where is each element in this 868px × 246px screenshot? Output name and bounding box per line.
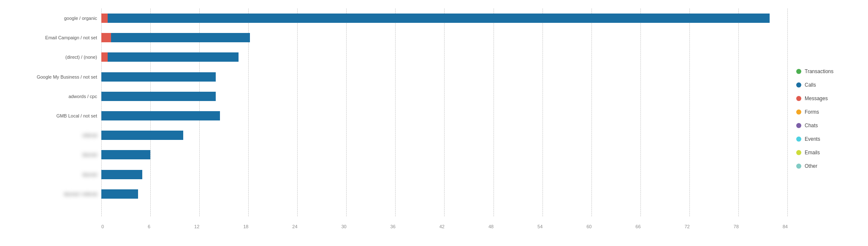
legend-dot [796,123,801,128]
bar-segment-blue [101,189,138,199]
bar-label: Email Campaign / not set [4,35,101,40]
bar-row: Email Campaign / not set [4,31,788,44]
bar-segment-red [101,52,108,62]
bars-wrapper: google / organicEmail Campaign / not set… [4,8,788,229]
bar-label: blurred [4,152,101,157]
legend-dot [796,137,801,142]
legend-label: Forms [805,109,819,115]
legend-label: Calls [805,82,816,88]
x-tick: 42 [439,224,445,229]
bar-track [101,150,788,159]
legend-dot [796,82,801,87]
bar-label: google / organic [4,16,101,21]
bar-segment-blue [101,131,183,140]
x-tick: 66 [635,224,640,229]
legend-dot [796,150,801,155]
x-tick: 18 [243,224,248,229]
bar-row: adwords / cpc [4,90,788,103]
bar-row: referral [4,128,788,142]
bar-segment-blue [101,72,216,82]
legend-label: Chats [805,123,818,128]
x-tick: 84 [783,224,788,229]
legend-item: Other [796,163,860,169]
bar-label: Google My Business / not set [4,74,101,79]
bar-track [101,52,788,62]
x-tick: 30 [341,224,346,229]
bar-label: referral [4,133,101,138]
bar-segment-blue [108,14,770,23]
bar-label: blurred / referral [4,191,101,197]
bar-row: Google My Business / not set [4,70,788,84]
legend-item: Calls [796,82,860,88]
bar-label: blurred [4,172,101,177]
chart-container: google / organicEmail Campaign / not set… [0,0,868,246]
x-tick: 6 [148,224,150,229]
bar-track [101,14,788,23]
chart-area: google / organicEmail Campaign / not set… [4,8,788,229]
legend-item: Emails [796,150,860,156]
legend: TransactionsCallsMessagesFormsChatsEvent… [788,8,864,229]
legend-label: Transactions [805,68,833,74]
bar-segment-red [101,14,108,23]
legend-label: Messages [805,96,828,101]
bar-track [101,170,788,179]
bar-row: blurred [4,168,788,181]
x-tick: 48 [488,224,494,229]
legend-item: Forms [796,109,860,115]
x-tick: 0 [101,224,104,229]
bar-row: google / organic [4,11,788,25]
x-tick: 24 [292,224,297,229]
bar-track [101,33,788,42]
x-tick: 78 [734,224,739,229]
bar-segment-blue [101,170,142,179]
bar-track [101,111,788,120]
x-tick: 72 [684,224,689,229]
legend-dot [796,69,801,74]
bar-label: (direct) / (none) [4,55,101,60]
legend-dot [796,96,801,101]
legend-label: Other [805,163,817,169]
legend-item: Chats [796,123,860,128]
bar-segment-blue [111,33,250,42]
legend-label: Emails [805,150,820,156]
bar-row: GMB Local / not set [4,109,788,123]
x-tick: 36 [391,224,396,229]
legend-item: Transactions [796,68,860,74]
bar-track [101,92,788,101]
legend-label: Events [805,136,820,142]
bar-label: GMB Local / not set [4,113,101,118]
legend-item: Messages [796,96,860,101]
bar-row: (direct) / (none) [4,50,788,64]
bar-segment-blue [108,52,239,62]
bar-segment-blue [101,111,220,120]
legend-dot [796,164,801,169]
legend-dot [796,109,801,115]
bar-segment-blue [101,92,216,101]
bar-row: blurred / referral [4,187,788,201]
bar-label: adwords / cpc [4,94,101,99]
x-tick: 12 [194,224,199,229]
bar-segment-red [101,33,111,42]
x-tick: 60 [586,224,591,229]
legend-item: Events [796,136,860,142]
bar-track [101,131,788,140]
x-tick: 54 [537,224,542,229]
bar-segment-blue [101,150,150,159]
bar-row: blurred [4,148,788,161]
bar-track [101,72,788,82]
bar-track [101,189,788,199]
x-axis: 0612182430364248546066727884 [101,224,788,229]
